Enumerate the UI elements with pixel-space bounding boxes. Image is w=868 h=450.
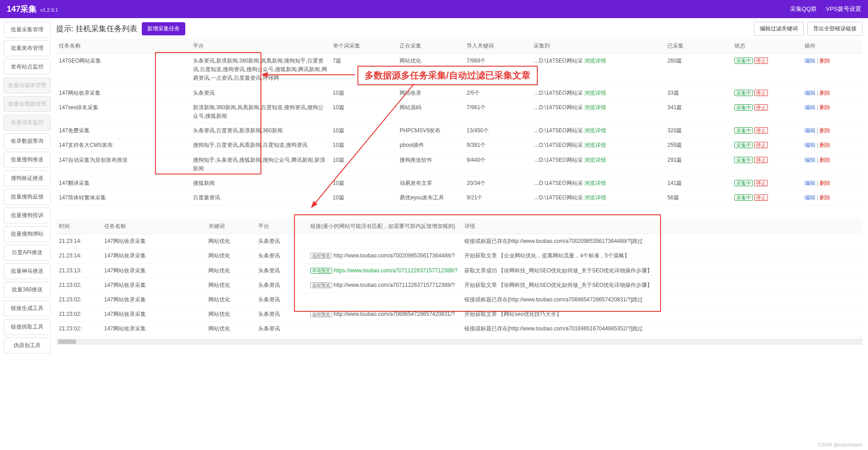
delete-link[interactable]: 删除 [820, 180, 830, 186]
cell-collected: 320篇 [665, 124, 732, 138]
edit-link[interactable]: 编辑 [805, 142, 815, 148]
log-url[interactable]: http://www.toutiao.com/a7069654728657420… [333, 311, 455, 317]
sidebar-item-14[interactable]: 批量360推送 [4, 282, 51, 298]
cell-detail: 开始获取文章 【企业网站优化，提高网站流量，4个标准，5个策略】 [462, 249, 863, 263]
stop-button[interactable]: 停止 [754, 194, 768, 201]
stop-button[interactable]: 停止 [754, 127, 768, 134]
browse-detail-link[interactable]: 浏览详情 [584, 58, 606, 64]
cell-name: 147seo排名采集 [56, 100, 190, 123]
th-collecting: 正在采集 [397, 39, 464, 54]
browse-detail-link[interactable]: 浏览详情 [584, 157, 606, 163]
sidebar-item-13[interactable]: 批量神马推送 [4, 263, 51, 279]
sidebar-item-2[interactable]: 发布站点监控 [4, 59, 51, 75]
edit-link[interactable]: 编辑 [805, 157, 815, 163]
delete-link[interactable]: 删除 [820, 58, 830, 64]
browse-detail-link[interactable]: 浏览详情 [584, 194, 606, 201]
log-url[interactable]: http://www.toutiao.com/a7071122637157712… [333, 282, 455, 288]
sidebar-item-10[interactable]: 批量搜狗投诉 [4, 208, 51, 223]
sidebar-item-6[interactable]: 收录数据查询 [4, 133, 51, 149]
delete-link[interactable]: 删除 [820, 194, 830, 201]
preview-tag[interactable]: 远程预览 [310, 282, 332, 288]
log-row: 21:23:13:147网站收录采集网站优化头条资讯本地预览 https://w… [56, 263, 863, 278]
cell-link [308, 322, 462, 336]
cell-single: 7篇 [330, 54, 397, 86]
edit-filter-button[interactable]: 编辑过滤关键词 [754, 22, 804, 36]
cell-import: 7/961个 [464, 100, 531, 123]
sidebar-item-7[interactable]: 批量搜狗推送 [4, 152, 51, 168]
stop-button[interactable]: 停止 [754, 157, 768, 163]
preview-tag[interactable]: 远程预览 [310, 253, 332, 259]
browse-detail-link[interactable]: 浏览详情 [584, 127, 606, 134]
preview-tag[interactable]: 远程预览 [310, 311, 332, 317]
preview-tag[interactable]: 本地预览 [310, 268, 332, 274]
th-collected: 已采集 [665, 39, 732, 54]
delete-link[interactable]: 删除 [820, 90, 830, 96]
sidebar-item-1[interactable]: 批量发布管理 [4, 40, 51, 56]
cell-detail: 链接或标题已存在[http://www.toutiao.com/a7069654… [462, 293, 863, 307]
cell-name: 147SEO网站采集 [56, 54, 190, 86]
cell-action: 编辑 | 删除 [802, 176, 863, 190]
cell-link: 本地预览 https://www.toutiao.com/a7071122637… [308, 263, 462, 278]
stop-button[interactable]: 停止 [754, 104, 768, 111]
cell-link [308, 293, 462, 307]
sidebar-item-0[interactable]: 批量采集管理 [4, 22, 51, 38]
log-row: 21:23:02:147网站收录采集网站优化头条资讯链接或标题已存在[http:… [56, 293, 863, 307]
edit-link[interactable]: 编辑 [805, 127, 815, 134]
edit-link[interactable]: 编辑 [805, 194, 815, 201]
sidebar-item-9[interactable]: 批量搜狗反馈 [4, 189, 51, 205]
cell-status: 采集中 停止 [732, 124, 801, 138]
add-task-button[interactable]: 新增采集任务 [142, 22, 185, 35]
qq-group-link[interactable]: 采集QQ群 [790, 5, 817, 13]
edit-link[interactable]: 编辑 [805, 180, 815, 186]
horizontal-scrollbar[interactable] [56, 339, 863, 345]
table-row: 147简体转繁体采集百度最资讯10篇易优eyou发布工具9/21个…D:\147… [56, 191, 863, 205]
cell-task: 147网站收录采集 [101, 322, 206, 336]
edit-link[interactable]: 编辑 [805, 58, 815, 64]
th-log-link: 链接(量小的网站可能没有匹配，如需要可群内反馈增加规则) [308, 219, 462, 234]
sidebar-item-15[interactable]: 链接生成工具 [4, 300, 51, 316]
delete-link[interactable]: 删除 [820, 142, 830, 148]
cell-single: 10篇 [330, 153, 397, 176]
sidebar-item-11[interactable]: 批量搜狗绑站 [4, 226, 51, 242]
delete-link[interactable]: 删除 [820, 157, 830, 163]
sidebar-item-8[interactable]: 搜狗验证推送 [4, 170, 51, 186]
edit-link[interactable]: 编辑 [805, 90, 815, 96]
cell-action: 编辑 | 删除 [802, 138, 863, 153]
log-url[interactable]: http://www.toutiao.com/a7002098535617364… [333, 252, 455, 259]
cell-collecting: 易优eyou发布工具 [397, 191, 464, 205]
cell-import: 20/34个 [464, 176, 531, 190]
cell-time: 21:23:02: [56, 278, 101, 292]
stop-button[interactable]: 停止 [754, 142, 768, 148]
delete-link[interactable]: 删除 [820, 127, 830, 134]
sidebar-item-12[interactable]: 百度API推送 [4, 245, 51, 261]
browse-detail-link[interactable]: 浏览详情 [584, 104, 606, 111]
sidebar-item-17[interactable]: 伪原创工具 [4, 338, 51, 353]
table-row: 147翻译采集搜狐新闻10篇动易发布文章20/34个…D:\147SEO网站采 … [56, 176, 863, 190]
cell-status: 采集中 停止 [732, 176, 801, 190]
cell-saveto: …D:\147SEO网站采 浏览详情 [531, 124, 665, 138]
th-import: 导入关键词 [464, 39, 531, 54]
sidebar-item-16[interactable]: 链接抓取工具 [4, 319, 51, 335]
cell-platform: 新浪新闻,360新闻,凤凰新闻,百度知道,搜狗资讯,搜狗公众号,搜狐新闻 [190, 100, 330, 123]
cell-status: 采集中 停止 [732, 86, 801, 100]
browse-detail-link[interactable]: 浏览详情 [584, 90, 606, 96]
stop-button[interactable]: 停止 [754, 90, 768, 96]
stop-button[interactable]: 停止 [754, 58, 768, 64]
cell-status: 采集中 停止 [732, 54, 801, 86]
browse-detail-link[interactable]: 浏览详情 [584, 142, 606, 148]
cell-time: 21:23:02: [56, 307, 101, 322]
stop-button[interactable]: 停止 [754, 180, 768, 186]
cell-saveto: …D:\147SEO网站采 浏览详情 [531, 176, 665, 190]
delete-link[interactable]: 删除 [820, 104, 830, 111]
sidebar-item-3: 批量自媒体管理 [4, 77, 51, 93]
edit-link[interactable]: 编辑 [805, 104, 815, 111]
cell-collected: 33篇 [665, 86, 732, 100]
vps-dial-link[interactable]: VPS拨号设置 [826, 5, 861, 13]
page-hint: 提示: 挂机采集任务列表 [56, 24, 137, 34]
cell-collected: 255篇 [665, 138, 732, 153]
cell-platform: 搜狗知乎,头条资讯,搜狐新闻,搜狗公众号,腾讯新闻,新浪新闻 [190, 153, 330, 176]
status-badge: 采集中 [734, 142, 753, 148]
export-errors-button[interactable]: 导出全部错误链接 [807, 22, 863, 36]
browse-detail-link[interactable]: 浏览详情 [584, 180, 606, 186]
log-url[interactable]: https://www.toutiao.com/a707112263715771… [333, 267, 458, 274]
